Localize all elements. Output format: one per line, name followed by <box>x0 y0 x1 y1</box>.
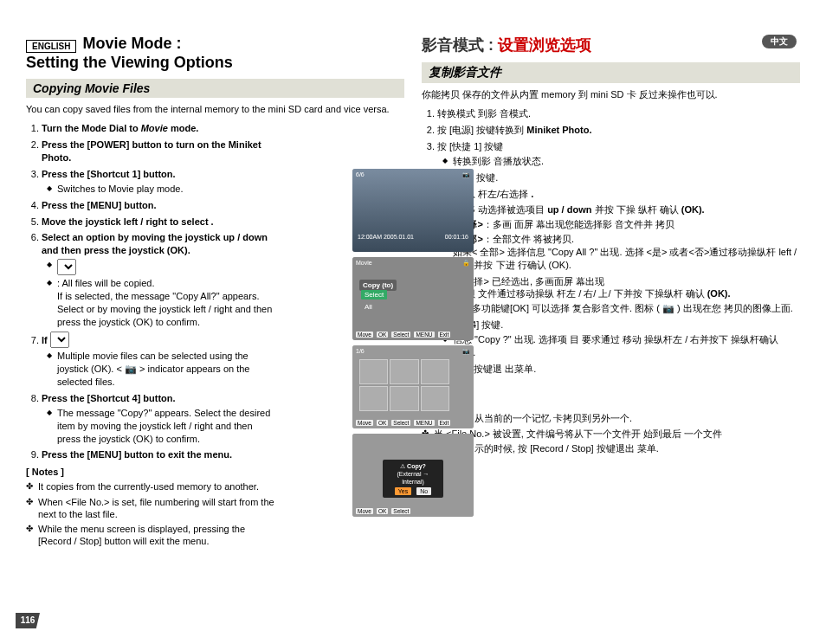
step-item: 操纵杆移 动选择被选项目 up / down 并按 下操 纵杆 确认 (OK).… <box>437 203 800 271</box>
title-cn: 影音模式 : 设置浏览选项 <box>422 35 800 55</box>
step-item: 按 [快捷4] 按键.信息 "Copy ?" 出现. 选择项 目 要求通过 移动… <box>437 319 800 359</box>
btn-ok: OK <box>377 508 388 514</box>
step-item: 移动操纵 杆左/右选择 . <box>437 188 800 201</box>
note-item: 当 <File No.> 被设置, 文件编号将从下一个文件开 始到最后 一个文件 <box>422 428 800 440</box>
step-sub-item: Switches to Movie play mode. <box>47 183 274 196</box>
btn-select: Select <box>391 332 410 338</box>
note-item: 当菜单显 示的时候, 按 [Record / Stop] 按键退出 菜单. <box>422 442 800 454</box>
option-select: Select <box>361 290 387 299</box>
thumbnail-grid <box>359 359 449 411</box>
step-item: 如果 <选择> 已经选出, 多画面屏 幕出现选择拷贝 文件通过移动操纵 杆左 /… <box>437 275 800 316</box>
note-item: It copies from the currently-used memory… <box>26 480 274 493</box>
left-column: ENGLISH Movie Mode : Setting the Viewing… <box>26 35 409 551</box>
btn-move: Move <box>356 508 373 514</box>
btn-move: Move <box>356 332 373 338</box>
time: 00:01:16 <box>445 234 468 240</box>
btn-select: Select <box>391 420 410 426</box>
steps-list-en: Turn the Mode Dial to Movie mode.Press t… <box>26 122 274 461</box>
note-item: When <File No.> is set, file numbering w… <box>26 496 274 521</box>
option-all: All <box>361 302 376 312</box>
btn-ok: OK <box>377 420 388 426</box>
title-cn-red: 设置浏览选项 <box>498 36 591 54</box>
step-item: Press the [Shortcut 1] button.Switches t… <box>42 168 274 196</box>
step-item: Press the [MENU] button. <box>42 199 274 212</box>
step-item: Move the joystick left / right to select… <box>42 216 274 229</box>
btn-ok: OK <box>377 332 388 338</box>
notes-heading-en: [ Notes ] <box>26 467 274 477</box>
screenshot-strip: 3 6/6📷 12:00AM 2005.01.01 00:01:16 5 Mov… <box>352 169 474 517</box>
step-item: 按 [菜单] 按键. <box>437 171 800 184</box>
step-sub-item: The message "Copy?" appears. Select the … <box>47 407 274 446</box>
intro-cn: 你能拷贝 保存的文件从内置 memory 到 mini SD 卡 反过来操作也可… <box>422 88 800 100</box>
step-sub-item: 信息 "Copy ?" 出现. 选择项 目 要求通过 移动 操纵杆左 / 右并按… <box>442 333 800 359</box>
step-sub-item: <全部>：全部文件 将被拷贝.如果< 全部> 选择信息 "Copy All ?"… <box>442 233 800 272</box>
notes-list-en: It copies from the currently-used memory… <box>26 480 274 547</box>
right-column: 中文 影音模式 : 设置浏览选项 复制影音文件 你能拷贝 保存的文件从内置 me… <box>417 35 800 551</box>
notes-list-cn: 拷贝可以 从当前的一个记忆 卡拷贝到另外一个.当 <File No.> 被设置,… <box>422 412 800 454</box>
step-sub-item: <选择>：多画 面屏 幕出现您能选择影 音文件并 拷贝 <box>442 218 800 231</box>
dialog-sub: (External → Internal) <box>397 471 429 485</box>
step-item: 按[菜单] 按键退 出菜单. <box>437 363 800 376</box>
intro-en: You can copy saved files from the intern… <box>26 103 404 115</box>
header: Movie <box>356 260 372 267</box>
screenshot-8: 8 ⚠ Copy? (External → Internal) Yes No M… <box>352 434 474 517</box>
step-item: Turn the Mode Dial to Movie mode. <box>42 122 274 135</box>
copy-dialog: ⚠ Copy? (External → Internal) Yes No <box>383 460 443 498</box>
step-sub-item: 转换到影 音播放状态. <box>442 155 800 168</box>
screenshot-3: 3 6/6📷 12:00AM 2005.01.01 00:01:16 <box>352 169 474 252</box>
step-sub-item: : Multi-view screen appears and you can … <box>47 259 274 275</box>
step-sub-item: 通过多功能键[OK] 可以选择 复合影音文件. 图标 ( 📷 ) 出现在您 拷贝… <box>442 302 800 315</box>
step-sub-item: Multiple movie files can be selected usi… <box>47 350 274 389</box>
page-number: 116 <box>16 613 40 628</box>
section-heading-cn: 复制影音文件 <box>422 62 800 83</box>
btn-menu: MENU <box>414 332 434 338</box>
section-heading-en: Copying Movie Files <box>26 79 404 98</box>
title-line1: Movie Mode : <box>83 35 182 52</box>
btn-exit: Exit <box>438 420 451 426</box>
screenshot-5: 5 Movie🔒 Copy (to) Select All Move OK Se… <box>352 257 474 340</box>
step-item: 按 [快捷 1] 按键转换到影 音播放状态. <box>437 140 800 168</box>
btn-menu: MENU <box>414 420 434 426</box>
btn-select: Select <box>391 508 410 514</box>
note-item: 拷贝可以 从当前的一个记忆 卡拷贝到另外一个. <box>422 412 800 424</box>
counter: 1/6 <box>356 348 365 355</box>
clock: 12:00AM 2005.01.01 <box>358 234 414 240</box>
title-line2: Setting the Viewing Options <box>26 54 404 73</box>
step-item: 转换模式 到影 音模式. <box>437 107 800 120</box>
step-item: Select an option by moving the joystick … <box>42 231 274 328</box>
btn-exit: Exit <box>438 332 451 338</box>
title-block: ENGLISH Movie Mode : Setting the Viewing… <box>26 35 404 72</box>
dialog-no: No <box>416 487 431 495</box>
lang-badge-en: ENGLISH <box>26 40 76 53</box>
notes-heading-cn: [ 注意] <box>422 396 800 409</box>
btn-move: Move <box>356 420 373 426</box>
lang-badge-cn: 中文 <box>762 35 797 48</box>
step-item: If is selected, Multi-view screen appear… <box>42 332 274 389</box>
screenshot-7: 7 1/6📷 Move OK Select MENU Exit <box>352 345 474 428</box>
step-sub-item: : All files will be copied.If is selecte… <box>47 277 274 328</box>
counter: 6/6 <box>356 171 365 178</box>
dialog-yes: Yes <box>395 487 411 495</box>
dialog-title: Copy? <box>407 463 426 469</box>
step-item: Press the [Shortcut 4] button.The messag… <box>42 392 274 445</box>
note-item: While the menu screen is displayed, pres… <box>26 523 274 548</box>
step-item: Press the [MENU] button to exit the menu… <box>42 448 274 461</box>
step-item: Press the [POWER] button to turn on the … <box>42 138 274 164</box>
title-cn-prefix: 影音模式 : <box>422 36 498 54</box>
steps-list-cn: 转换模式 到影 音模式.按 [电源] 按键转换到 Miniket Photo.按… <box>422 107 800 375</box>
step-item: 按 [电源] 按键转换到 Miniket Photo. <box>437 124 800 137</box>
